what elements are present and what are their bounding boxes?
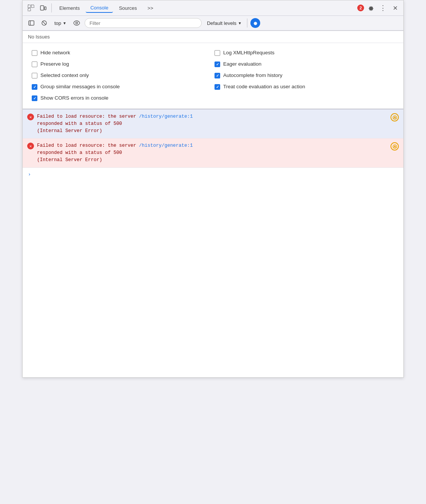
devtools-panel: Elements Console Sources >> 2 ⋮ ✕	[22, 0, 404, 378]
setting-selected-context[interactable]: Selected context only	[30, 70, 213, 81]
prompt-chevron: ›	[28, 172, 31, 177]
settings-col-right: Log XMLHttpRequests Eager evaluation Aut…	[213, 48, 396, 103]
msg-text-1-part1: Failed to load resource: the server	[37, 114, 139, 119]
setting-preserve-log[interactable]: Preserve log	[30, 59, 213, 69]
console-message-1: ✕ Failed to load resource: the server /h…	[23, 109, 403, 138]
settings-col-left: Hide network Preserve log Selected conte…	[30, 48, 213, 103]
checkbox-treat-code[interactable]	[215, 84, 220, 90]
msg-text-2-part2: responded with a status of 500	[37, 150, 122, 155]
console-message-2: ✕ Failed to load resource: the server /h…	[23, 138, 403, 167]
eye-icon[interactable]	[72, 18, 82, 28]
msg-link-1[interactable]: /history/generate:1	[139, 114, 193, 119]
checkbox-selected-context[interactable]	[32, 73, 37, 78]
levels-selector[interactable]: Default levels ▼	[205, 19, 244, 27]
checkbox-group-similar[interactable]	[32, 84, 37, 90]
label-group-similar: Group similar messages in console	[40, 84, 120, 89]
error-badge[interactable]: 2	[357, 5, 364, 11]
inspect-icon[interactable]	[26, 3, 36, 13]
msg-text-2-part3: (Internal Server Error)	[37, 157, 102, 163]
more-tabs-button[interactable]: >>	[143, 4, 158, 12]
filter-input[interactable]	[85, 18, 202, 28]
setting-group-similar[interactable]: Group similar messages in console	[30, 81, 213, 92]
label-hide-network: Hide network	[40, 50, 70, 55]
sidebar-toggle-button[interactable]	[26, 18, 36, 28]
setting-log-xml[interactable]: Log XMLHttpRequests	[213, 48, 396, 58]
msg-action-icon-2[interactable]	[390, 142, 399, 151]
settings-grid: Hide network Preserve log Selected conte…	[30, 48, 396, 103]
svg-rect-2	[28, 8, 31, 11]
setting-autocomplete[interactable]: Autocomplete from history	[213, 70, 396, 81]
console-empty-space	[23, 181, 403, 377]
label-treat-code: Treat code evaluation as user action	[223, 84, 305, 89]
svg-line-8	[43, 22, 46, 25]
label-log-xml: Log XMLHttpRequests	[223, 50, 275, 55]
label-preserve-log: Preserve log	[40, 61, 69, 67]
svg-rect-0	[28, 5, 31, 8]
setting-eager-eval[interactable]: Eager evaluation	[213, 59, 396, 69]
msg-text-1: Failed to load resource: the server /his…	[37, 113, 387, 134]
context-label: top	[54, 20, 61, 26]
checkbox-preserve-log[interactable]	[32, 61, 37, 67]
context-chevron: ▼	[63, 21, 66, 25]
label-autocomplete: Autocomplete from history	[223, 72, 282, 78]
msg-text-2-part1: Failed to load resource: the server	[37, 143, 139, 148]
console-area: ✕ Failed to load resource: the server /h…	[23, 109, 403, 377]
msg-text-1-part3: (Internal Server Error)	[37, 128, 102, 134]
settings-gear-blue[interactable]	[250, 18, 260, 28]
device-icon[interactable]	[38, 3, 48, 13]
checkbox-show-cors[interactable]	[32, 95, 37, 101]
svg-rect-5	[29, 21, 34, 25]
svg-rect-4	[45, 7, 46, 10]
issues-bar: No Issues	[23, 31, 403, 43]
setting-hide-network[interactable]: Hide network	[30, 48, 213, 58]
setting-show-cors[interactable]: Show CORS errors in console	[30, 93, 213, 103]
checkbox-autocomplete[interactable]	[215, 73, 220, 78]
tab-elements[interactable]: Elements	[55, 4, 84, 12]
msg-text-1-part2: responded with a status of 500	[37, 121, 122, 126]
msg-link-2[interactable]: /history/generate:1	[139, 143, 193, 148]
svg-rect-1	[31, 5, 34, 8]
block-icon[interactable]	[39, 18, 49, 28]
checkbox-log-xml[interactable]	[215, 50, 220, 56]
top-toolbar: Elements Console Sources >> 2 ⋮ ✕	[23, 0, 403, 16]
divider2	[247, 18, 247, 28]
svg-point-9	[76, 22, 77, 24]
error-count-badge: 2	[357, 5, 364, 11]
close-button[interactable]: ✕	[390, 3, 400, 13]
label-show-cors: Show CORS errors in console	[40, 95, 108, 101]
settings-button[interactable]	[366, 3, 376, 13]
msg-text-2: Failed to load resource: the server /his…	[37, 142, 387, 163]
levels-label: Default levels	[207, 20, 236, 26]
issues-text: No Issues	[28, 34, 50, 40]
divider1	[51, 3, 52, 12]
tab-sources[interactable]: Sources	[114, 4, 142, 12]
console-prompt[interactable]: ›	[23, 168, 403, 181]
svg-rect-3	[40, 6, 44, 10]
levels-chevron: ▼	[238, 21, 242, 25]
error-icon-2: ✕	[27, 143, 34, 149]
label-eager-eval: Eager evaluation	[223, 61, 261, 67]
context-selector[interactable]: top ▼	[52, 19, 69, 27]
msg-action-icon-1[interactable]	[390, 113, 399, 121]
more-menu-button[interactable]: ⋮	[378, 3, 388, 13]
tab-console[interactable]: Console	[86, 3, 113, 13]
secondary-toolbar: top ▼ Default levels ▼	[23, 16, 403, 31]
setting-treat-code[interactable]: Treat code evaluation as user action	[213, 81, 396, 92]
error-icon-1: ✕	[27, 114, 34, 120]
label-selected-context: Selected context only	[40, 72, 89, 78]
settings-panel: Hide network Preserve log Selected conte…	[23, 43, 403, 109]
checkbox-hide-network[interactable]	[32, 50, 37, 56]
checkbox-eager-eval[interactable]	[215, 61, 220, 67]
